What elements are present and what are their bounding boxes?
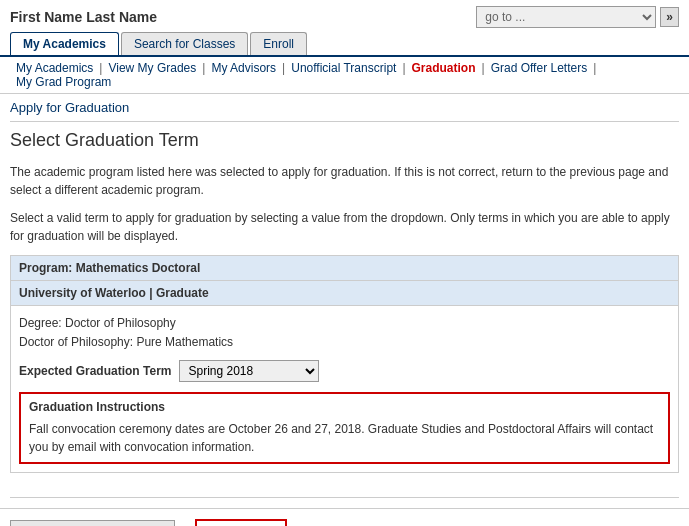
bottom-section: Select Different Program Continue (0, 508, 689, 526)
description-text-2: Select a valid term to apply for graduat… (10, 209, 679, 245)
nav-my-academics[interactable]: My Academics (10, 61, 99, 75)
nav-unofficial-transcript[interactable]: Unofficial Transcript (285, 61, 402, 75)
program-subheader: University of Waterloo | Graduate (11, 281, 678, 306)
degree-info: Degree: Doctor of Philosophy Doctor of P… (19, 314, 670, 352)
tab-row: My Academics Search for Classes Enroll (0, 32, 689, 57)
degree-line2: Doctor of Philosophy: Pure Mathematics (19, 333, 670, 352)
bottom-divider (10, 497, 679, 498)
tab-search-classes[interactable]: Search for Classes (121, 32, 248, 55)
nav-links: My Academics | View My Grades | My Advis… (0, 57, 689, 94)
breadcrumb: Apply for Graduation (10, 100, 679, 115)
program-box: Program: Mathematics Doctoral University… (10, 255, 679, 473)
instructions-title: Graduation Instructions (29, 400, 660, 414)
description-text-1: The academic program listed here was sel… (10, 163, 679, 199)
nav-my-advisors[interactable]: My Advisors (205, 61, 282, 75)
goto-select[interactable]: go to ... (476, 6, 656, 28)
program-body: Degree: Doctor of Philosophy Doctor of P… (11, 306, 678, 472)
tab-enroll[interactable]: Enroll (250, 32, 307, 55)
nav-graduation: Graduation (406, 61, 482, 75)
continue-button[interactable]: Continue (195, 519, 287, 526)
section-title: Select Graduation Term (10, 130, 679, 151)
graduation-term-select[interactable]: Spring 2018 (179, 360, 319, 382)
instructions-text: Fall convocation ceremony dates are Octo… (29, 420, 660, 456)
nav-view-my-grades[interactable]: View My Grades (102, 61, 202, 75)
nav-grad-offer-letters[interactable]: Grad Offer Letters (485, 61, 594, 75)
goto-container: go to ... » (476, 6, 679, 28)
top-header: First Name Last Name go to ... » (0, 0, 689, 32)
nav-my-grad-program[interactable]: My Grad Program (10, 75, 117, 89)
degree-line1: Degree: Doctor of Philosophy (19, 314, 670, 333)
user-name: First Name Last Name (10, 9, 157, 25)
instructions-box: Graduation Instructions Fall convocation… (19, 392, 670, 464)
tab-my-academics[interactable]: My Academics (10, 32, 119, 55)
main-content: Select Graduation Term The academic prog… (0, 126, 689, 493)
goto-button[interactable]: » (660, 7, 679, 27)
graduation-term-label: Expected Graduation Term (19, 364, 171, 378)
program-header: Program: Mathematics Doctoral (11, 256, 678, 281)
select-program-button[interactable]: Select Different Program (10, 520, 175, 526)
graduation-term-row: Expected Graduation Term Spring 2018 (19, 360, 670, 382)
divider (10, 121, 679, 122)
page-title-section: Apply for Graduation (0, 94, 689, 117)
